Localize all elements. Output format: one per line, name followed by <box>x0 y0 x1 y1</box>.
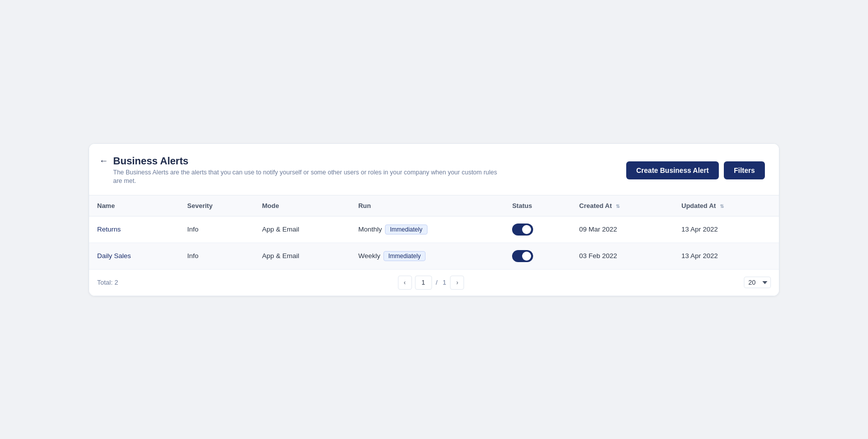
toggle-slider <box>512 224 533 236</box>
create-business-alert-button[interactable]: Create Business Alert <box>626 161 719 179</box>
page-wrapper: ← Business Alerts The Business Alerts ar… <box>0 0 868 439</box>
per-page-select[interactable]: 20 50 100 <box>744 277 771 288</box>
col-header-status: Status <box>504 195 571 216</box>
toggle-slider <box>512 250 533 262</box>
table-row: Daily Sales Info App & Email Weekly Imme… <box>89 243 779 269</box>
alerts-table: Name Severity Mode Run Status Created At… <box>89 195 779 269</box>
page-subtitle: The Business Alerts are the alerts that … <box>113 168 504 186</box>
next-page-button[interactable]: › <box>450 276 464 290</box>
cell-run: Monthly Immediately <box>350 216 504 243</box>
col-header-run: Run <box>350 195 504 216</box>
toggle-wrap <box>512 250 563 262</box>
table-wrapper: Name Severity Mode Run Status Created At… <box>89 195 779 269</box>
toggle-wrap <box>512 224 563 236</box>
cell-updated-at: 13 Apr 2022 <box>673 243 779 269</box>
cell-name: Returns <box>89 216 179 243</box>
header-left: ← Business Alerts The Business Alerts ar… <box>99 155 504 186</box>
alert-name-link[interactable]: Returns <box>97 226 121 233</box>
total-pages: 1 <box>443 279 446 286</box>
cell-mode: App & Email <box>254 243 350 269</box>
table-footer: Total: 2 ‹ / 1 › 20 50 100 <box>89 269 779 296</box>
cell-created-at: 09 Mar 2022 <box>571 216 673 243</box>
cell-status <box>504 243 571 269</box>
status-toggle[interactable] <box>512 250 533 262</box>
cell-name: Daily Sales <box>89 243 179 269</box>
cell-mode: App & Email <box>254 216 350 243</box>
cell-status <box>504 216 571 243</box>
cell-run: Weekly Immediately <box>350 243 504 269</box>
immediately-badge: Immediately <box>385 225 427 235</box>
prev-page-button[interactable]: ‹ <box>398 276 412 290</box>
col-header-mode: Mode <box>254 195 350 216</box>
updated-at-sort-icon[interactable]: ⇅ <box>720 203 724 209</box>
filters-button[interactable]: Filters <box>724 161 765 179</box>
per-page-wrap: 20 50 100 <box>744 277 771 288</box>
immediately-badge: Immediately <box>383 251 426 261</box>
table-row: Returns Info App & Email Monthly Immedia… <box>89 216 779 243</box>
main-card: ← Business Alerts The Business Alerts ar… <box>89 143 779 296</box>
created-at-sort-icon[interactable]: ⇅ <box>616 203 620 209</box>
header-actions: Create Business Alert Filters <box>626 161 765 179</box>
col-header-created-at: Created At ⇅ <box>571 195 673 216</box>
col-header-severity: Severity <box>179 195 254 216</box>
table-header-row: Name Severity Mode Run Status Created At… <box>89 195 779 216</box>
card-header: ← Business Alerts The Business Alerts ar… <box>89 144 779 195</box>
back-button[interactable]: ← <box>99 156 108 165</box>
cell-updated-at: 13 Apr 2022 <box>673 216 779 243</box>
run-frequency: Weekly <box>358 252 380 260</box>
cell-created-at: 03 Feb 2022 <box>571 243 673 269</box>
status-toggle[interactable] <box>512 224 533 236</box>
run-frequency: Monthly <box>358 226 382 233</box>
cell-severity: Info <box>179 243 254 269</box>
col-header-updated-at: Updated At ⇅ <box>673 195 779 216</box>
page-separator: / <box>436 279 438 286</box>
alert-name-link[interactable]: Daily Sales <box>97 252 131 260</box>
header-title-block: Business Alerts The Business Alerts are … <box>113 155 504 186</box>
pagination: ‹ / 1 › <box>398 276 465 290</box>
page-title: Business Alerts <box>113 155 504 167</box>
col-header-name: Name <box>89 195 179 216</box>
page-number-input[interactable] <box>415 276 432 290</box>
cell-severity: Info <box>179 216 254 243</box>
total-count: Total: 2 <box>97 279 118 286</box>
